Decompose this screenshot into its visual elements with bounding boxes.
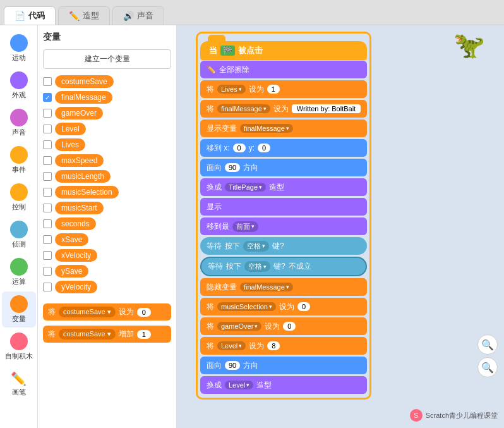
var-pill-costumeSave[interactable]: costumeSave [55, 75, 114, 88]
var-pill-Level[interactable]: Level [55, 123, 86, 135]
var-pill-maxSpeed[interactable]: maxSpeed [55, 154, 104, 167]
checkbox-finalMessage[interactable] [43, 93, 52, 102]
hidevar-dropdown[interactable]: finalMessage [240, 283, 293, 291]
sidebar-item-pen[interactable]: ✏️ 画笔 [2, 366, 36, 401]
var-pill-musicLength[interactable]: musicLength [55, 170, 111, 183]
block-direction-1: 面向 90 方向 [200, 159, 367, 176]
var-pill-ySave[interactable]: ySave [55, 265, 88, 278]
checkbox-Level[interactable] [43, 125, 52, 133]
front-dropdown[interactable]: 前面 [232, 221, 258, 232]
wait1-key-dropdown[interactable]: 空格 [243, 241, 269, 252]
checkbox-gameOver[interactable] [43, 109, 52, 118]
hide-var-prefix: 隐藏变量 [207, 282, 237, 293]
tab-sound[interactable]: 🔊 声音 [112, 6, 164, 25]
set-ms-prefix: 将 [207, 302, 214, 312]
create-variable-button[interactable]: 建立一个变量 [43, 49, 171, 69]
panel-title: 变量 [43, 32, 171, 43]
sidebar-item-sensing[interactable]: 侦测 [2, 217, 36, 253]
set-go-action: 设为 [265, 321, 280, 332]
showvar-dropdown[interactable]: finalMessage [240, 124, 293, 133]
checkbox-musicStart[interactable] [43, 204, 52, 212]
checkbox-ySave[interactable] [43, 267, 52, 276]
musicselection-dropdown[interactable]: musicSelection [217, 302, 276, 311]
costume1-suffix: 造型 [269, 182, 284, 193]
set-ms-action: 设为 [279, 302, 294, 312]
costume2-dropdown[interactable]: Level [225, 381, 253, 389]
var-pill-yVelocity[interactable]: yVelocity [55, 281, 97, 293]
sidebar-item-variables[interactable]: 变量 [2, 291, 36, 327]
var-row-maxSpeed: maxSpeed [43, 154, 171, 167]
tab-sound-label: 声音 [137, 10, 153, 21]
var-dropdown-2[interactable]: costumeSave ▾ [59, 329, 116, 339]
sidebar-item-looks[interactable]: 外观 [2, 68, 36, 104]
sound-dot [10, 109, 28, 126]
gameover-dropdown[interactable]: gameOver [217, 322, 261, 331]
sidebar-label-pen: 画笔 [12, 388, 26, 397]
sidebar-label-looks: 外观 [12, 90, 26, 100]
dir2-val[interactable]: 90 [225, 361, 240, 370]
tab-costume[interactable]: ✏️ 造型 [58, 6, 110, 25]
dir1-val[interactable]: 90 [225, 163, 240, 172]
var-pill-Lives[interactable]: Lives [55, 138, 85, 151]
sprite-character: 🦖 [453, 30, 485, 60]
canvas-area[interactable]: 🦖 当 🏁 被点击 ✏️ 全部擦除 将 [177, 25, 504, 428]
goto-y-val[interactable]: 0 [258, 144, 270, 152]
var-pill-musicSelection[interactable]: musicSelection [55, 186, 119, 199]
checkbox-musicSelection[interactable] [43, 188, 52, 197]
var-row-xVelocity: xVelocity [43, 249, 171, 262]
musicselection-value[interactable]: 0 [297, 302, 310, 311]
checkbox-Lives[interactable] [43, 140, 52, 149]
var-pill-finalMessage[interactable]: finalMessage [55, 91, 112, 104]
block-value-2[interactable]: 1 [137, 330, 151, 339]
checkbox-xVelocity[interactable] [43, 251, 52, 260]
block-show-var: 显示变量 finalMessage [200, 119, 367, 137]
var-row-xSave: xSave [43, 233, 171, 246]
level-dropdown[interactable]: Level [217, 341, 246, 350]
goto-x-val[interactable]: 0 [233, 144, 246, 152]
zoom-out-button[interactable]: 🔍 [477, 357, 498, 377]
level-value[interactable]: 8 [267, 341, 280, 350]
finalmessage-value[interactable]: Written by: BoltBait [292, 104, 361, 113]
sidebar-item-events[interactable]: 事件 [2, 142, 36, 178]
control-dot [10, 183, 28, 201]
var-row-musicLength: musicLength [43, 170, 171, 183]
gameover-value[interactable]: 0 [283, 322, 296, 331]
sidebar-item-sound[interactable]: 声音 [2, 105, 36, 141]
sensing-dot [10, 221, 28, 238]
costume1-dropdown[interactable]: TitlePage [225, 183, 266, 192]
var-pill-seconds[interactable]: seconds [55, 217, 96, 230]
lives-value[interactable]: 1 [267, 85, 280, 94]
var-dropdown-1[interactable]: costumeSave ▾ [59, 307, 116, 317]
var-pill-musicStart[interactable]: musicStart [55, 202, 104, 214]
flag-symbol: 🏁 [220, 46, 235, 56]
checkbox-maxSpeed[interactable] [43, 156, 52, 165]
tab-code[interactable]: 📄 代码 [4, 6, 56, 25]
block-wait-key-1: 等待 按下 空格 键? [200, 237, 367, 255]
checkbox-yVelocity[interactable] [43, 283, 52, 291]
sidebar-item-control[interactable]: 控制 [2, 180, 36, 216]
sidebar-item-myblocks[interactable]: 自制积木 [2, 329, 36, 365]
block-set-musicselection: 将 musicSelection 设为 0 [200, 298, 367, 315]
checkbox-seconds[interactable] [43, 219, 52, 228]
var-pill-xSave[interactable]: xSave [55, 233, 88, 246]
set-fm-action: 设为 [273, 104, 289, 114]
checkbox-costumeSave[interactable] [43, 77, 52, 86]
finalmessage-dropdown[interactable]: finalMessage [217, 104, 270, 113]
var-pill-xVelocity[interactable]: xVelocity [55, 249, 97, 262]
block-value-1[interactable]: 0 [137, 308, 151, 317]
wait2-key-dropdown[interactable]: 空格 [244, 261, 270, 272]
var-pill-gameOver[interactable]: gameOver [55, 107, 103, 119]
sidebar-item-motion[interactable]: 运动 [2, 30, 36, 66]
hat-block: 当 🏁 被点击 [200, 41, 367, 60]
block-erase-all: ✏️ 全部擦除 [200, 61, 367, 78]
lives-dropdown[interactable]: Lives [217, 85, 246, 94]
var-row-musicSelection: musicSelection [43, 186, 171, 199]
sidebar-item-operators[interactable]: 运算 [2, 254, 36, 290]
set-lv-prefix: 将 [207, 341, 214, 352]
checkbox-musicLength[interactable] [43, 172, 52, 181]
zoom-in-button[interactable]: 🔍 [477, 334, 498, 355]
zoom-controls: 🔍 🔍 [477, 334, 498, 377]
block-costumeSave-change: 将 costumeSave ▾ 增加 1 [43, 326, 171, 343]
var-row-finalMessage: finalMessage [43, 91, 171, 104]
checkbox-xSave[interactable] [43, 235, 52, 244]
